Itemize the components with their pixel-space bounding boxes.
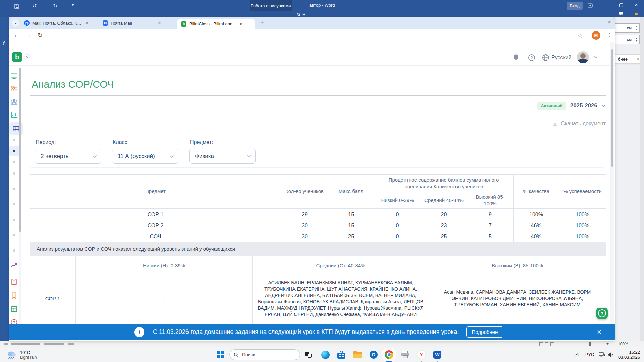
tab-close-icon[interactable]: ✕ <box>158 20 162 26</box>
banner-details-button[interactable]: Подробнее <box>466 326 504 338</box>
taskbar-explorer-icon[interactable] <box>351 348 364 361</box>
sidebar-expand-button[interactable] <box>24 54 30 60</box>
tab-bilimclass-active[interactable]: b BilimClass - BilimLand ✕ <box>177 19 255 29</box>
tab-close-icon[interactable]: ✕ <box>239 21 243 27</box>
unit-label: см <box>627 37 632 42</box>
browser-minimize-button[interactable]: — <box>574 19 579 25</box>
word-minimize-button[interactable]: — <box>603 2 607 7</box>
undo-icon[interactable]: ↺ <box>32 3 37 9</box>
col-mid-level: Средний (С): 40-84% <box>253 256 429 276</box>
help-icon[interactable]: ? <box>528 54 535 61</box>
callout-close-icon[interactable]: × <box>637 56 640 62</box>
redo-icon[interactable]: ↻ <box>53 3 57 9</box>
back-button[interactable]: ← <box>13 32 19 39</box>
tab-mail-ru[interactable]: @ Mail: Почта, Облако, Календар ✕ <box>21 17 97 29</box>
word-close-button[interactable]: × <box>635 2 638 8</box>
taskbar-word-icon[interactable]: W <box>431 348 444 361</box>
help-fab[interactable]: ? <box>596 308 608 319</box>
word-callout: бнее × <box>615 54 643 64</box>
sidebar-item-dot[interactable] <box>13 234 15 236</box>
sidebar-item-dot[interactable] <box>13 172 15 175</box>
bell-icon[interactable] <box>513 54 519 61</box>
sidebar-item-dot[interactable] <box>13 219 15 221</box>
customize-toolbar-icon[interactable]: ▾ <box>72 2 74 7</box>
view-mode-icons[interactable] <box>539 342 554 346</box>
account-chevron-icon[interactable] <box>594 56 598 59</box>
volume-muted-icon[interactable] <box>607 352 613 358</box>
taskbar-printer-icon[interactable] <box>398 348 412 361</box>
taskbar-chrome-icon[interactable] <box>382 348 396 361</box>
zoom-out-icon[interactable]: — <box>571 341 575 346</box>
search-placeholder: Поиск <box>242 352 255 357</box>
taskbar-search[interactable]: Поиск <box>229 349 300 360</box>
reload-button[interactable]: ↻ <box>38 32 43 39</box>
sidebar-item-teacher-icon[interactable] <box>10 84 18 93</box>
tab-mail[interactable]: ✉ Почта Mail ✕ <box>100 17 174 29</box>
bookmark-star-icon[interactable]: ☆ <box>578 32 583 39</box>
start-button[interactable] <box>214 348 227 361</box>
taskbar-outlook-icon[interactable]: O <box>367 348 380 361</box>
sidebar-item-classroom-icon[interactable] <box>10 72 18 80</box>
taskbar-store-icon[interactable] <box>335 348 348 361</box>
browser-maximize-button[interactable] <box>592 21 595 24</box>
browser-profile-avatar[interactable]: M <box>592 31 600 40</box>
spinner-arrows[interactable]: ▲▼ <box>634 24 639 32</box>
taskbar-yandex-icon[interactable]: Y <box>415 348 428 361</box>
browser-close-button[interactable]: × <box>608 19 611 26</box>
period-select[interactable]: 2 четверть <box>35 149 101 164</box>
sidebar-item-dot[interactable] <box>13 188 15 190</box>
word-contextual-tab[interactable]: Работа с рисунками <box>250 0 292 11</box>
weather-widget[interactable]: 10°C Light rain <box>6 348 66 362</box>
browser-menu-icon[interactable]: ⋮ <box>607 32 612 38</box>
sidebar-item-bookmark-icon[interactable] <box>10 292 18 300</box>
sidebar-item-dot[interactable] <box>13 203 15 205</box>
globe-icon[interactable] <box>542 54 549 61</box>
zoom-in-icon[interactable]: + <box>606 341 609 346</box>
word-login-button[interactable]: Вход <box>567 2 583 10</box>
tray-clock[interactable]: 16:22 03.03.2026 <box>616 350 640 360</box>
taskbar-edge-icon[interactable] <box>319 348 332 361</box>
class-select[interactable]: 11 А (русский) <box>112 149 178 164</box>
language-selector[interactable]: Русский <box>551 55 571 61</box>
size-spinner-2[interactable]: см ▲▼ <box>615 35 640 44</box>
network-icon[interactable] <box>598 351 605 358</box>
download-document-button[interactable]: Скачать документ <box>30 119 606 128</box>
comment-icon[interactable] <box>619 11 623 16</box>
word-scrollbar[interactable] <box>640 17 644 341</box>
forward-button[interactable]: → <box>25 32 32 39</box>
tab-search-chevron-icon[interactable] <box>12 20 19 27</box>
spinner-arrows[interactable]: ▲▼ <box>634 35 639 44</box>
tray-chevron-up-icon[interactable] <box>575 353 579 356</box>
status-item <box>44 343 64 345</box>
ribbon-display-icon[interactable] <box>588 3 593 8</box>
word-search[interactable]: Н <box>297 12 305 17</box>
banner-close-icon[interactable]: × <box>597 328 601 337</box>
zoom-level[interactable]: 100% <box>618 342 628 346</box>
new-tab-button[interactable]: + <box>260 19 264 26</box>
page-scrollbar-thumb[interactable] <box>611 49 613 167</box>
col-students: Кол-во учеников <box>281 175 328 209</box>
tab-close-icon[interactable]: ✕ <box>85 20 89 26</box>
user-avatar[interactable] <box>577 51 589 63</box>
class-value: 11 А (русский) <box>118 153 155 160</box>
tray-language[interactable]: РУС <box>585 352 594 357</box>
sidebar-item-dot[interactable] <box>13 161 15 163</box>
sidebar-item-dot-active[interactable] <box>13 150 15 152</box>
task-view-button[interactable] <box>302 348 315 361</box>
school-year-selector[interactable]: Активный 2025-2026 <box>30 101 606 111</box>
save-icon[interactable] <box>14 4 19 9</box>
sidebar-item-school-icon[interactable] <box>10 98 18 106</box>
sidebar-item-dot[interactable] <box>13 249 15 252</box>
subject-select[interactable]: Физика <box>189 149 256 164</box>
bilimclass-logo[interactable]: b <box>12 52 22 62</box>
sidebar-item-library-icon[interactable] <box>10 278 18 286</box>
size-spinner-1[interactable]: см ▲▼ <box>615 23 640 33</box>
zoom-slider-thumb[interactable] <box>589 342 591 346</box>
sidebar-item-progress-icon[interactable] <box>10 261 18 269</box>
sidebar-item-dot[interactable] <box>13 139 15 141</box>
sidebar-item-statistics-icon[interactable] <box>10 111 18 119</box>
word-restore-button[interactable] <box>619 3 623 7</box>
sidebar-item-reports-icon[interactable] <box>12 125 20 133</box>
sidebar-item-journal-icon[interactable] <box>10 305 18 313</box>
sidebar-scrollbar-thumb[interactable] <box>19 68 21 232</box>
